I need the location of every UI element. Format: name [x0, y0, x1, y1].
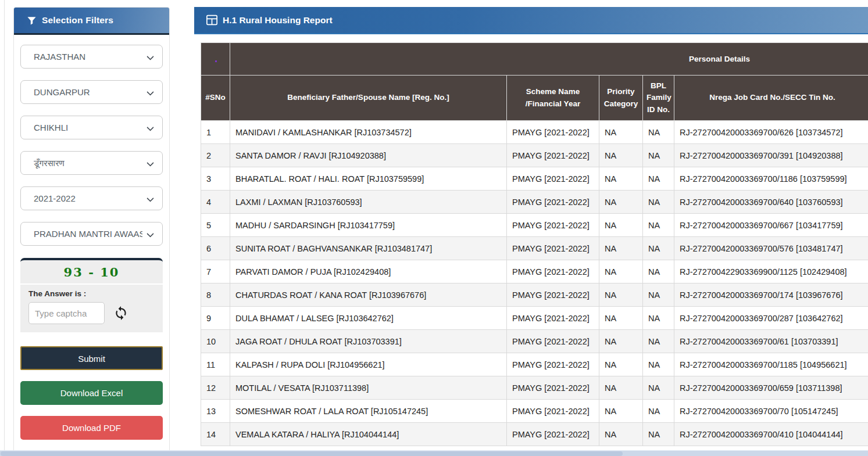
cell-scheme: PMAYG [2021-2022]: [507, 237, 599, 260]
table-row: 14 VEMALA KATARA / HALIYA [RJ104044144] …: [201, 423, 868, 446]
cell-scheme: PMAYG [2021-2022]: [507, 353, 599, 376]
cell-nrega: RJ-272700420003369700/70 [105147245]: [674, 400, 868, 423]
cell-priority: NA: [599, 423, 643, 446]
table-row: 6 SUNITA ROAT / BAGHVANSANKAR [RJ1034817…: [201, 237, 868, 260]
cell-beneficiary: MADHU / SARDARSINGH [RJ103417759]: [230, 214, 507, 237]
cell-bpl: NA: [643, 191, 674, 214]
selection-filters-header: Selection Filters: [14, 8, 169, 35]
cell-sno: 5: [201, 214, 230, 237]
cell-nrega: RJ-272700422903369900/1125 [102429408]: [674, 260, 868, 283]
column-header-scheme: Scheme Name /Financial Year: [507, 76, 599, 121]
cell-sno: 3: [201, 167, 230, 191]
scheme-select[interactable]: PRADHAN MANTRI AWAAS: [20, 222, 163, 246]
cell-bpl: NA: [643, 260, 674, 283]
page: Selection Filters RAJASTHAN DUNGARPUR CH…: [0, 0, 868, 456]
cell-bpl: NA: [643, 423, 674, 446]
table-column-header-row: #SNo Beneficiary Father/Spouse Name [Reg…: [201, 76, 868, 121]
cell-nrega: RJ-272700420003369700/1186 [103759599]: [674, 167, 868, 191]
chevron-down-icon: [147, 88, 154, 96]
cell-sno: 6: [201, 237, 230, 260]
table-row: 13 SOMESHWAR ROAT / LALA ROAT [RJ1051472…: [201, 400, 868, 423]
table-row: 2 SANTA DAMOR / RAVJI [RJ104920388] PMAY…: [201, 144, 868, 167]
selection-filters-title: Selection Filters: [42, 15, 113, 26]
table-row: 12 MOTILAL / VESATA [RJ103711398] PMAYG …: [201, 376, 868, 400]
cell-sno: 7: [201, 260, 230, 283]
cell-nrega: RJ-272700420003369700/667 [103417759]: [674, 214, 868, 237]
cell-priority: NA: [599, 144, 643, 167]
cell-beneficiary: SANTA DAMOR / RAVJI [RJ104920388]: [230, 144, 507, 167]
cell-scheme: PMAYG [2021-2022]: [507, 376, 599, 400]
cell-sno: 4: [201, 191, 230, 214]
column-header-nrega: Nrega Job Card No./SECC Tin No.: [674, 76, 868, 121]
report-title: H.1 Rural Housing Report: [223, 15, 333, 26]
download-excel-button[interactable]: Download Excel: [20, 381, 163, 405]
cell-nrega: RJ-272700420003369700/174 [103967676]: [674, 283, 868, 307]
download-pdf-button[interactable]: Download PDF: [20, 416, 163, 440]
cell-nrega: RJ-272700420003369700/1185 [104956621]: [674, 353, 868, 376]
captcha-question: 93 - 10: [20, 260, 163, 285]
cell-beneficiary: PARVATI DAMOR / PUJA [RJ102429408]: [230, 260, 507, 283]
district-select[interactable]: DUNGARPUR: [20, 80, 163, 104]
artifact-dot: [215, 60, 217, 62]
cell-scheme: PMAYG [2021-2022]: [507, 400, 599, 423]
chevron-down-icon: [147, 124, 154, 131]
cell-scheme: PMAYG [2021-2022]: [507, 423, 599, 446]
cell-priority: NA: [599, 167, 643, 191]
cell-bpl: NA: [643, 121, 674, 144]
report-header: H.1 Rural Housing Report: [194, 7, 868, 34]
horizontal-scrollbar-thumb[interactable]: [1, 451, 623, 456]
table-row: 7 PARVATI DAMOR / PUJA [RJ102429408] PMA…: [201, 260, 868, 283]
table-icon: [206, 15, 218, 26]
chevron-down-icon: [147, 195, 154, 202]
cell-sno: 10: [201, 330, 230, 353]
cell-priority: NA: [599, 307, 643, 330]
report-table: Personal Details #SNo Beneficiary Father…: [201, 42, 868, 446]
cell-nrega: RJ-272700420003369700/576 [103481747]: [674, 237, 868, 260]
cell-nrega: RJ-272700420003369700/61 [103703391]: [674, 330, 868, 353]
captcha-answer-label: The Answer is :: [28, 289, 155, 298]
column-header-bpl: BPL Family ID No.: [643, 76, 674, 121]
cell-beneficiary: SUNITA ROAT / BAGHVANSANKAR [RJ103481747…: [230, 237, 507, 260]
year-select[interactable]: 2021-2022: [20, 186, 163, 210]
village-select[interactable]: डूँगरसारण: [20, 151, 163, 175]
table-row: 8 CHATURDAS ROAT / KANA ROAT [RJ10396767…: [201, 283, 868, 307]
column-header-beneficiary: Beneficiary Father/Spouse Name [Reg. No.…: [230, 76, 507, 121]
cell-nrega: RJ-272700420003369700/410 [104044144]: [674, 423, 868, 446]
filter-dropdowns: RAJASTHAN DUNGARPUR CHIKHLI डूँगरसारण 20…: [14, 35, 169, 246]
table-row: 1 MANIDAVI / KAMLASHANKAR [RJ103734572] …: [201, 121, 868, 144]
cell-sno: 2: [201, 144, 230, 167]
cell-scheme: PMAYG [2021-2022]: [507, 283, 599, 307]
state-select[interactable]: RAJASTHAN: [20, 45, 163, 69]
captcha-answer-section: The Answer is :: [20, 285, 163, 332]
refresh-captcha-button[interactable]: [113, 305, 129, 321]
cell-priority: NA: [599, 237, 643, 260]
block-select[interactable]: CHIKHLI: [20, 116, 163, 139]
cell-bpl: NA: [643, 330, 674, 353]
cell-nrega: RJ-272700420003369700/287 [103642762]: [674, 307, 868, 330]
cell-scheme: PMAYG [2021-2022]: [507, 167, 599, 191]
cell-beneficiary: SOMESHWAR ROAT / LALA ROAT [RJ105147245]: [230, 400, 507, 423]
cell-priority: NA: [599, 400, 643, 423]
table-row: 5 MADHU / SARDARSINGH [RJ103417759] PMAY…: [201, 214, 868, 237]
submit-button[interactable]: Submit: [20, 346, 163, 370]
cell-sno: 13: [201, 400, 230, 423]
cell-nrega: RJ-272700420003369700/391 [104920388]: [674, 144, 868, 167]
captcha-input[interactable]: [28, 302, 105, 324]
cell-bpl: NA: [643, 283, 674, 307]
group-header-empty-cell: [201, 43, 230, 76]
cell-scheme: PMAYG [2021-2022]: [507, 260, 599, 283]
table-row: 10 JAGA ROAT / DHULA ROAT [RJ103703391] …: [201, 330, 868, 353]
cell-sno: 1: [201, 121, 230, 144]
cell-beneficiary: CHATURDAS ROAT / KANA ROAT [RJ103967676]: [230, 283, 507, 307]
chevron-down-icon: [147, 159, 154, 167]
cell-priority: NA: [599, 330, 643, 353]
table-group-header-row: Personal Details: [201, 43, 868, 76]
cell-scheme: PMAYG [2021-2022]: [507, 191, 599, 214]
cell-beneficiary: DULA BHAMAT / LALSEG [RJ103642762]: [230, 307, 507, 330]
cell-scheme: PMAYG [2021-2022]: [507, 144, 599, 167]
cell-nrega: RJ-272700420003369700/659 [103711398]: [674, 376, 868, 400]
chevron-down-icon: [147, 53, 154, 60]
cell-bpl: NA: [643, 237, 674, 260]
cell-bpl: NA: [643, 307, 674, 330]
horizontal-scrollbar[interactable]: [0, 450, 868, 456]
